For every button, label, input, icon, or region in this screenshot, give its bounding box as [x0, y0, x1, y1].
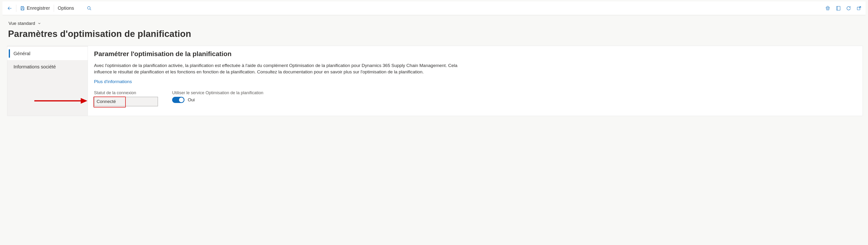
arrow-left-icon [7, 6, 12, 11]
options-button-label: Options [58, 5, 74, 11]
save-button[interactable]: Enregistrer [17, 3, 53, 14]
use-service-field: Utiliser le service Optimisation de la p… [172, 90, 263, 103]
save-icon [20, 6, 25, 11]
view-selector[interactable]: Vue standard [8, 20, 42, 27]
section-title: Paramétrer l'optimisation de la planific… [94, 50, 857, 58]
options-button[interactable]: Options [55, 3, 78, 14]
use-service-toggle[interactable] [172, 97, 184, 103]
sidebar-item-general[interactable]: Général [7, 47, 88, 60]
view-selector-label: Vue standard [8, 21, 35, 26]
copilot-icon [825, 6, 830, 11]
use-service-toggle-label: Oui [188, 97, 195, 102]
svg-rect-2 [22, 8, 24, 10]
popout-icon [857, 6, 861, 11]
refresh-icon [846, 6, 851, 11]
sidebar-item-company-info[interactable]: Informations société [7, 60, 88, 73]
attachments-icon [836, 6, 840, 11]
sidebar-item-label: Informations société [13, 64, 56, 70]
sidebar: Général Informations société [7, 46, 88, 116]
svg-line-4 [90, 9, 91, 10]
svg-point-3 [87, 6, 90, 9]
search-button[interactable] [84, 3, 94, 13]
fields-row: Statut de la connexion Connecté Utiliser… [94, 90, 857, 106]
use-service-label: Utiliser le service Optimisation de la p… [172, 90, 263, 95]
back-button[interactable] [4, 3, 16, 14]
connection-status-text: Connecté [97, 99, 116, 104]
section-description: Avec l'optimisation de la planification … [94, 62, 463, 75]
popout-button[interactable] [854, 3, 864, 13]
save-button-label: Enregistrer [27, 5, 50, 11]
connection-status-label: Statut de la connexion [94, 90, 158, 95]
svg-rect-1 [22, 6, 24, 7]
page-header: Vue standard Paramètres d'optimisation d… [0, 15, 868, 42]
copilot-button[interactable] [823, 3, 833, 13]
attachments-button[interactable] [833, 3, 843, 13]
chevron-down-icon [37, 22, 41, 25]
page-title: Paramètres d'optimisation de planificati… [8, 29, 860, 39]
toolbar: Enregistrer Options [2, 1, 866, 15]
connection-status-value: Connecté [94, 97, 158, 106]
connection-status-field: Statut de la connexion Connecté [94, 90, 158, 106]
search-icon [87, 6, 92, 11]
content: Paramétrer l'optimisation de la planific… [88, 46, 863, 116]
more-info-link[interactable]: Plus d'informations [94, 79, 132, 84]
refresh-button[interactable] [843, 3, 854, 13]
sidebar-item-label: Général [13, 51, 30, 56]
body: Général Informations société Paramétrer … [7, 46, 863, 116]
svg-rect-6 [837, 6, 840, 10]
